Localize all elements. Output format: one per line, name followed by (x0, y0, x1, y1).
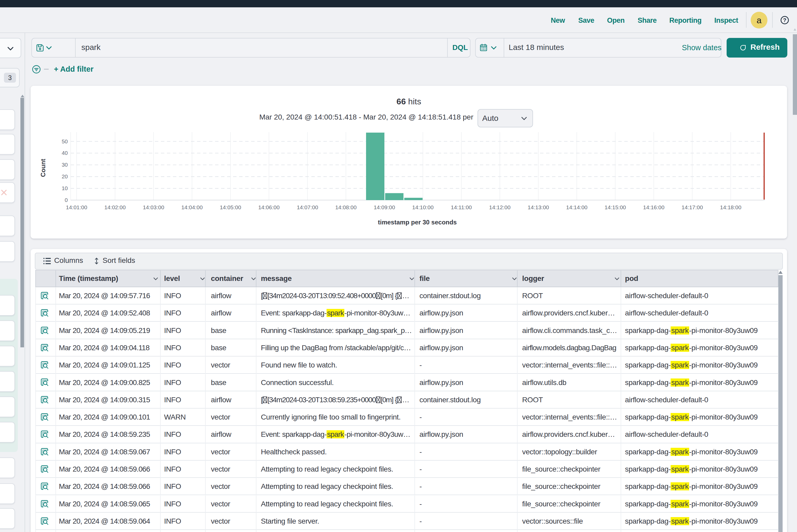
svg-text:14:03:00: 14:03:00 (143, 204, 164, 210)
svg-text:14:01:00: 14:01:00 (66, 204, 87, 210)
svg-text:14:18:00: 14:18:00 (720, 204, 742, 210)
svg-text:14:06:00: 14:06:00 (258, 204, 280, 210)
svg-text:10: 10 (62, 185, 68, 191)
svg-text:30: 30 (62, 162, 68, 168)
svg-text:50: 50 (62, 138, 68, 145)
svg-text:14:09:00: 14:09:00 (374, 204, 395, 210)
svg-text:14:11:00: 14:11:00 (451, 204, 472, 210)
svg-text:14:15:00: 14:15:00 (605, 204, 626, 210)
svg-text:timestamp per 30 seconds: timestamp per 30 seconds (378, 218, 457, 226)
svg-text:14:05:00: 14:05:00 (220, 204, 241, 210)
svg-text:0: 0 (64, 197, 68, 203)
svg-text:14:13:00: 14:13:00 (528, 204, 549, 210)
svg-text:14:07:00: 14:07:00 (297, 204, 318, 210)
svg-text:40: 40 (62, 150, 68, 156)
svg-text:14:08:00: 14:08:00 (335, 204, 357, 210)
svg-text:14:12:00: 14:12:00 (489, 204, 511, 210)
svg-text:14:17:00: 14:17:00 (682, 204, 703, 210)
svg-text:20: 20 (62, 173, 68, 179)
svg-text:14:16:00: 14:16:00 (643, 204, 665, 210)
svg-text:?: ? (783, 17, 786, 23)
svg-text:14:02:00: 14:02:00 (105, 204, 126, 210)
svg-text:14:10:00: 14:10:00 (412, 204, 433, 210)
svg-text:14:04:00: 14:04:00 (181, 204, 203, 210)
svg-text:Count: Count (39, 159, 47, 177)
svg-text:14:14:00: 14:14:00 (566, 204, 588, 210)
